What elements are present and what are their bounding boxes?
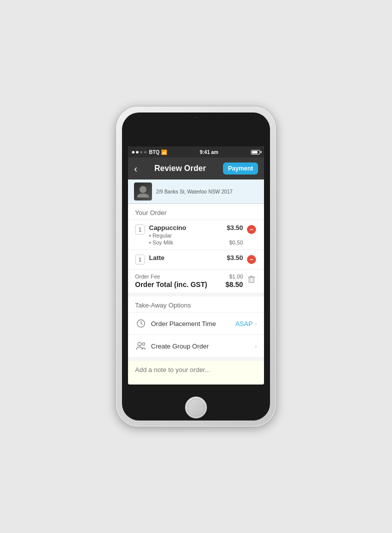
battery-fill [252, 151, 258, 154]
total-row: Order Total (inc. GST) $8.50 [135, 280, 243, 288]
clock-svg [136, 319, 146, 328]
group-order-label: Create Group Order [151, 342, 254, 350]
remove-latte-icon: − [247, 255, 256, 264]
svg-rect-1 [249, 278, 254, 282]
trash-button[interactable] [246, 274, 257, 284]
item-qty-latte: 1 [135, 254, 145, 264]
store-logo-icon [136, 184, 150, 198]
screen: BTQ 📶 9:41 am ‹ Review Order Payment [128, 146, 264, 384]
svg-point-10 [142, 343, 145, 346]
item-name-latte: Latte $3.50 [149, 254, 243, 262]
back-button[interactable]: ‹ [134, 164, 138, 174]
store-avatar [134, 182, 152, 200]
clock-icon [135, 318, 147, 330]
trash-icon [248, 275, 256, 283]
status-right [251, 150, 260, 154]
item-qty-cappuccino: 1 [135, 224, 145, 234]
totals-details: Order Fee $1.00 Order Total (inc. GST) $… [135, 274, 243, 288]
status-left: BTQ 📶 [132, 150, 167, 155]
back-chevron-icon: ‹ [134, 164, 138, 174]
status-bar: BTQ 📶 9:41 am [128, 146, 264, 158]
speaker-bar [181, 118, 211, 122]
placement-time-chevron: › [254, 320, 257, 328]
home-button[interactable] [185, 396, 207, 418]
note-input[interactable] [135, 366, 257, 384]
nav-title: Review Order [154, 164, 206, 173]
phone-device: BTQ 📶 9:41 am ‹ Review Order Payment [116, 106, 276, 426]
store-header: 2/9 Banks St, Waterloo NSW 2017 [128, 180, 264, 204]
signal-dot-1 [132, 151, 134, 154]
order-section: Your Order 1 Cappuccino $3.50 • [128, 204, 264, 292]
item-name-cappuccino: Cappuccino $3.50 [149, 224, 243, 232]
takeaway-section: Take-Away Options Order Placement Time A… [128, 296, 264, 357]
placement-time-value: ASAP [236, 320, 253, 328]
remove-latte-button[interactable]: − [246, 254, 257, 265]
nav-bar: ‹ Review Order Payment [128, 158, 264, 180]
signal-dot-4 [144, 151, 146, 154]
order-section-title: Your Order [128, 204, 264, 220]
fee-row: Order Fee $1.00 [135, 274, 243, 280]
wifi-icon: 📶 [161, 150, 167, 155]
store-address: 2/9 Banks St, Waterloo NSW 2017 [156, 189, 232, 194]
svg-line-8 [141, 324, 142, 324]
store-avatar-inner [134, 182, 152, 200]
item-details-cappuccino: Cappuccino $3.50 • Regular • Soy Milk $0… [149, 224, 243, 246]
svg-point-9 [138, 342, 142, 346]
option-placement-time[interactable]: Order Placement Time ASAP › [128, 312, 264, 334]
svg-point-0 [140, 186, 146, 193]
time-label: 9:41 am [200, 150, 218, 155]
item-modifier-soy: • Soy Milk $0.50 [149, 240, 243, 246]
option-group-order[interactable]: Create Group Order › [128, 334, 264, 357]
item-details-latte: Latte $3.50 [149, 254, 243, 262]
phone-inner: BTQ 📶 9:41 am ‹ Review Order Payment [122, 112, 270, 420]
content-area: Your Order 1 Cappuccino $3.50 • [128, 204, 264, 384]
group-icon [135, 340, 147, 352]
home-button-inner [187, 398, 205, 416]
order-item-latte: 1 Latte $3.50 − [128, 250, 264, 269]
placement-time-label: Order Placement Time [151, 320, 236, 328]
payment-nav-button[interactable]: Payment [223, 162, 258, 174]
signal-dot-3 [140, 151, 142, 154]
takeaway-title: Take-Away Options [128, 296, 264, 312]
group-svg [136, 342, 146, 350]
battery-icon [251, 150, 260, 154]
signal-dot-2 [136, 151, 138, 154]
remove-icon: − [247, 225, 256, 234]
carrier-label: BTQ [149, 150, 160, 155]
order-totals: Order Fee $1.00 Order Total (inc. GST) $… [128, 269, 264, 292]
item-modifier-regular: • Regular [149, 232, 243, 238]
note-section [128, 361, 264, 384]
order-item-cappuccino: 1 Cappuccino $3.50 • Regular • Soy [128, 220, 264, 250]
remove-cappuccino-button[interactable]: − [246, 224, 257, 235]
group-order-chevron: › [254, 342, 257, 350]
